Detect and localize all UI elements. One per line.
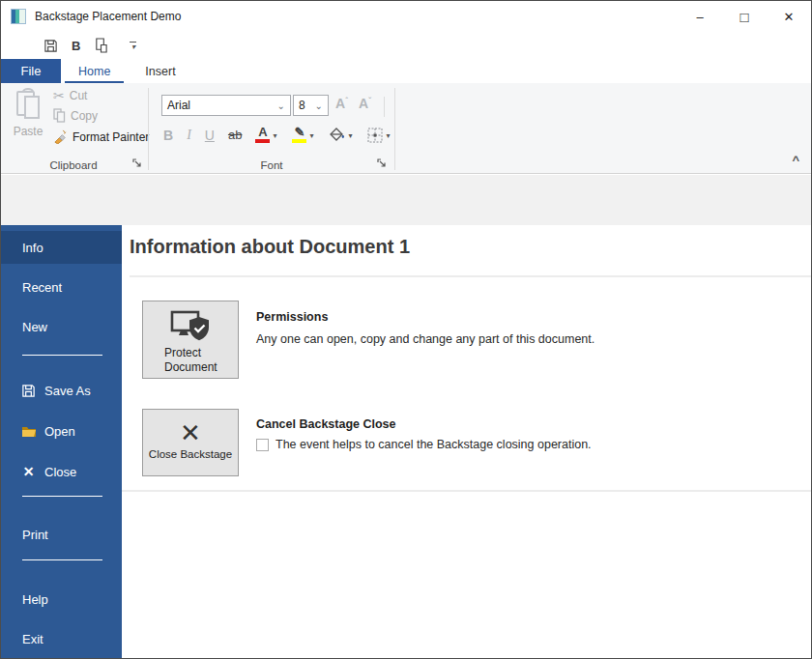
small-separator — [384, 97, 385, 117]
title-separator — [130, 275, 811, 277]
bold-button[interactable]: B — [163, 128, 173, 143]
highlighter-icon: ✎ — [294, 127, 304, 138]
sidebar-item-close[interactable]: ✕ Close — [1, 456, 122, 487]
protect-document-button[interactable]: Protect Document — [142, 301, 239, 379]
close-button[interactable]: ✕ — [767, 1, 811, 32]
minimize-button[interactable]: – — [678, 1, 722, 32]
open-folder-icon — [20, 425, 37, 438]
permissions-body: Any one can open, copy and change any pa… — [256, 332, 594, 346]
backstage-nav: Info Recent New Save As Open — [1, 225, 122, 658]
font-dialog-launcher-icon[interactable] — [377, 158, 388, 169]
dropdown-icon: ▾ — [386, 131, 390, 140]
cut-icon: ✂ — [53, 88, 65, 103]
collapse-ribbon-icon[interactable]: ^ — [792, 153, 799, 167]
font-size-combobox[interactable]: 8 ⌄ — [293, 95, 329, 116]
underline-button[interactable]: U — [205, 128, 215, 143]
tab-insert[interactable]: Insert — [128, 59, 192, 83]
backstage-view: Info Recent New Save As Open — [1, 225, 811, 658]
cancel-close-row: The event helps to cancel the Backstage … — [256, 438, 592, 451]
backstage-content: Information about Document 1 Protect Doc… — [122, 225, 811, 658]
italic-button[interactable]: I — [187, 128, 191, 143]
font-group-label: Font — [151, 159, 392, 171]
sidebar-item-open[interactable]: Open — [1, 415, 122, 446]
cut-button[interactable]: ✂ Cut — [53, 88, 87, 103]
caret-down-icon: ˇ — [368, 96, 371, 104]
save-icon — [20, 384, 37, 398]
highlight-color-bar — [292, 139, 306, 143]
format-painter-icon — [53, 129, 68, 144]
cancel-close-checkbox[interactable] — [256, 439, 269, 451]
shading-fill-button[interactable]: ▾ — [329, 128, 354, 143]
cancel-close-checkbox-label: The event helps to cancel the Backstage … — [276, 438, 592, 451]
nav-separator — [22, 355, 102, 356]
dropdown-icon: ▾ — [273, 131, 276, 140]
close-x-icon: ✕ — [180, 418, 201, 447]
sidebar-item-help[interactable]: Help — [1, 584, 122, 615]
permissions-heading: Permissions — [256, 310, 328, 324]
sidebar-item-recent[interactable]: Recent — [1, 272, 122, 302]
format-painter-button[interactable]: Format Painter — [53, 129, 149, 144]
ribbon: Paste ✂ Cut Copy Format Painter Clipboar… — [1, 83, 811, 174]
nav-separator — [22, 496, 102, 497]
shrink-font-button[interactable]: Aˇ — [359, 96, 371, 111]
sidebar-item-print[interactable]: Print — [1, 519, 122, 550]
borders-button[interactable]: ▾ — [367, 128, 392, 143]
protect-document-icon — [169, 309, 212, 346]
grow-font-button[interactable]: Aˆ — [335, 96, 348, 111]
sidebar-item-new[interactable]: New — [1, 311, 122, 342]
chevron-down-icon: ⌄ — [277, 100, 285, 111]
copy-button[interactable]: Copy — [53, 108, 98, 123]
font-name-combobox[interactable]: Arial ⌄ — [161, 95, 291, 116]
clipboard-group-label: Clipboard — [1, 159, 146, 171]
titlebar: Backstage Placement Demo – □ ✕ — [1, 1, 811, 32]
paint-bucket-icon — [329, 128, 345, 143]
sidebar-item-save-as[interactable]: Save As — [1, 375, 122, 406]
tab-file[interactable]: File — [1, 59, 61, 83]
quick-access-toolbar: B ▾ — [1, 32, 811, 59]
window-title: Backstage Placement Demo — [35, 10, 181, 23]
font-color-button[interactable]: A ▾ — [255, 127, 278, 143]
strikethrough-button[interactable]: ab — [228, 128, 242, 142]
cancel-close-heading: Cancel Backstage Close — [256, 417, 396, 431]
ribbon-tab-row: File Home Insert — [1, 59, 811, 83]
window-controls: – □ ✕ — [678, 1, 811, 32]
dropdown-icon: ▾ — [309, 131, 313, 140]
group-separator — [148, 88, 149, 170]
page-title: Information about Document 1 — [130, 236, 410, 258]
save-icon[interactable] — [44, 39, 58, 53]
more-commands-icon[interactable]: ▾ — [130, 42, 136, 49]
text-highlight-button[interactable]: ✎ ▾ — [292, 127, 315, 143]
sidebar-item-exit[interactable]: Exit — [1, 623, 122, 654]
close-backstage-button[interactable]: ✕ Close Backstage — [142, 409, 239, 476]
sidebar-item-info[interactable]: Info — [1, 231, 122, 264]
group-separator — [394, 88, 395, 170]
chevron-down-icon: ⌄ — [315, 100, 323, 111]
section-separator — [122, 490, 811, 492]
borders-grid-icon — [367, 128, 383, 143]
copy-icon — [53, 108, 66, 123]
nav-separator — [22, 559, 102, 560]
app-icon — [11, 9, 26, 24]
font-color-bar — [255, 139, 270, 143]
clipboard-icon — [14, 88, 42, 121]
caret-up-icon: ˆ — [345, 96, 348, 104]
bold-quick-button[interactable]: B — [72, 39, 80, 53]
close-x-icon: ✕ — [20, 464, 37, 479]
app-window: Backstage Placement Demo – □ ✕ B ▾ File … — [0, 0, 812, 659]
paste-quick-icon[interactable] — [94, 38, 108, 53]
maximize-button[interactable]: □ — [722, 1, 767, 32]
clipboard-dialog-launcher-icon[interactable] — [132, 158, 143, 169]
document-area-background — [1, 175, 811, 225]
paste-label: Paste — [14, 125, 44, 138]
paste-button[interactable]: Paste — [9, 88, 47, 154]
tab-home[interactable]: Home — [61, 59, 128, 83]
dropdown-icon: ▾ — [348, 131, 352, 140]
